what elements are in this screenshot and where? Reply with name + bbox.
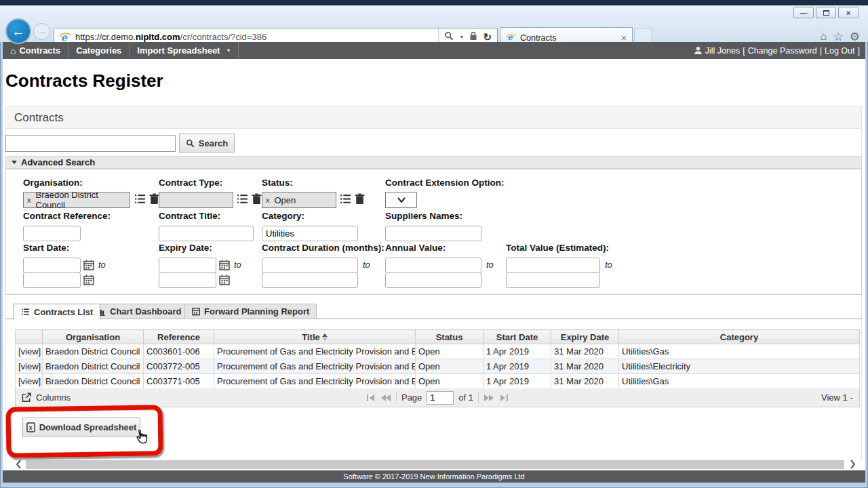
close-button[interactable]: × — [838, 7, 859, 18]
calendar-icon[interactable] — [219, 260, 230, 270]
advanced-search-toggle[interactable]: Advanced Search — [5, 156, 862, 169]
cell-organisation: Braedon District Council — [43, 344, 144, 359]
remove-tag-icon[interactable]: x — [266, 196, 270, 204]
table-row: [view] Braedon District Council C003601-… — [16, 344, 860, 359]
remove-tag-icon[interactable]: x — [27, 196, 31, 204]
scroll-right-icon[interactable] — [847, 459, 858, 470]
view-link[interactable]: [view] — [16, 359, 43, 374]
duration-from-input[interactable] — [262, 258, 358, 273]
extension-option-label: Contract Extension Option: — [385, 178, 505, 188]
col-reference[interactable]: Reference — [144, 330, 214, 344]
tab-forward-planning-report[interactable]: Forward Planning Report — [184, 304, 317, 319]
to-label: to — [605, 260, 612, 270]
page-title: Contracts Register — [5, 70, 163, 92]
cell-status: Open — [416, 344, 484, 359]
col-organisation[interactable]: Organisation — [43, 330, 144, 344]
forward-button[interactable]: → — [33, 23, 50, 40]
trash-icon[interactable] — [354, 193, 366, 205]
contract-reference-input[interactable] — [23, 226, 81, 241]
search-input[interactable] — [5, 135, 176, 152]
nav-item-contracts[interactable]: ⌂ Contracts — [3, 42, 68, 59]
suppliers-names-input[interactable] — [385, 226, 481, 241]
start-date-from-input[interactable] — [23, 258, 81, 273]
annual-value-label: Annual Value: — [385, 243, 446, 253]
expiry-date-to-input[interactable] — [159, 272, 216, 288]
log-out-link[interactable]: Log Out — [825, 46, 854, 56]
search-dropdown-caret-icon[interactable]: ▼ — [459, 35, 464, 39]
category-input[interactable] — [262, 226, 358, 241]
scroll-left-icon[interactable] — [14, 459, 24, 470]
window-titlebar — [0, 0, 868, 5]
view-link[interactable]: [view] — [16, 344, 43, 359]
excel-file-icon: x — [26, 422, 35, 432]
svg-text:x: x — [28, 424, 32, 430]
organisation-value: Braedon District Council — [36, 190, 127, 210]
sort-asc-icon — [322, 333, 328, 341]
prev-page-icon[interactable] — [380, 394, 391, 402]
restore-button[interactable] — [816, 7, 836, 18]
tab-label: Forward Planning Report — [204, 306, 309, 317]
contract-title-input[interactable] — [159, 226, 254, 241]
extension-option-select[interactable] — [385, 192, 417, 208]
url-text[interactable]: https://cr.demo.nipltd.com/cr/contracts/… — [75, 32, 438, 42]
duration-to-input[interactable] — [262, 272, 358, 288]
first-page-icon[interactable] — [366, 394, 376, 402]
cell-title: Procurement of Gas and Electricity Provi… — [214, 359, 416, 374]
scrollbar-thumb[interactable] — [26, 460, 844, 469]
category-label: Category: — [262, 211, 304, 221]
total-value-to-input[interactable] — [506, 272, 600, 288]
app-navbar: ⌂ Contracts Categories Import Spreadshee… — [3, 42, 865, 59]
calendar-icon[interactable] — [83, 274, 94, 285]
columns-button[interactable]: Columns — [21, 388, 71, 407]
horizontal-scrollbar — [5, 459, 862, 470]
trash-icon[interactable] — [251, 193, 262, 205]
download-spreadsheet-button[interactable]: x Download Spreadsheet — [22, 418, 140, 436]
back-button[interactable]: ← — [5, 18, 31, 44]
nav-item-import-spreadsheet[interactable]: Import Spreadsheet ▼ — [130, 42, 239, 59]
search-button[interactable]: Search — [179, 134, 235, 152]
contract-type-label: Contract Type: — [159, 178, 222, 188]
to-label: to — [486, 260, 494, 270]
contract-type-multiselect[interactable] — [159, 192, 233, 208]
start-date-to-input[interactable] — [23, 272, 81, 288]
cell-reference: C003772-005 — [144, 359, 214, 374]
col-status[interactable]: Status — [416, 330, 484, 344]
calendar-icon — [192, 307, 200, 316]
annual-value-to-input[interactable] — [385, 272, 481, 288]
tab-label: Contracts List — [34, 307, 93, 317]
minimize-button[interactable]: — — [793, 7, 814, 18]
cell-reference: C003771-005 — [144, 374, 214, 389]
url-domain: nipltd.com — [136, 32, 180, 42]
tab-title: Contracts — [520, 33, 616, 43]
nav-item-categories[interactable]: Categories — [68, 42, 130, 59]
view-link[interactable]: [view] — [16, 374, 43, 389]
col-expiry-date[interactable]: Expiry Date — [551, 330, 619, 344]
cell-organisation: Braedon District Council — [43, 374, 144, 389]
col-title-label: Title — [302, 332, 320, 342]
next-page-icon[interactable] — [484, 394, 494, 402]
organisation-multiselect[interactable]: x Braedon District Council — [23, 192, 130, 208]
status-multiselect[interactable]: x Open — [262, 192, 336, 208]
change-password-link[interactable]: Change Password — [748, 46, 817, 56]
cell-expiry-date: 31 Mar 2020 — [551, 359, 619, 374]
ie-logo-icon: e — [59, 31, 71, 43]
calendar-icon[interactable] — [219, 274, 230, 285]
annual-value-from-input[interactable] — [385, 258, 481, 273]
refresh-icon[interactable]: ↻ — [483, 31, 492, 43]
col-title[interactable]: Title — [214, 330, 416, 344]
cell-expiry-date: 31 Mar 2020 — [551, 374, 619, 389]
view-range-label: View 1 - — [821, 388, 858, 407]
col-category[interactable]: Category — [619, 330, 860, 344]
page-number-input[interactable] — [427, 391, 454, 405]
total-value-from-input[interactable] — [506, 258, 600, 273]
last-page-icon[interactable] — [499, 394, 509, 402]
col-start-date[interactable]: Start Date — [484, 330, 551, 344]
tab-chart-dashboard[interactable]: Chart Dashboard — [90, 304, 189, 319]
list-picker-icon[interactable] — [134, 193, 146, 205]
list-picker-icon[interactable] — [340, 193, 351, 205]
list-picker-icon[interactable] — [237, 193, 248, 205]
expiry-date-from-input[interactable] — [159, 258, 216, 273]
tab-contracts-list[interactable]: Contracts List — [14, 304, 100, 320]
calendar-icon[interactable] — [83, 260, 94, 270]
search-icon[interactable] — [444, 31, 454, 43]
